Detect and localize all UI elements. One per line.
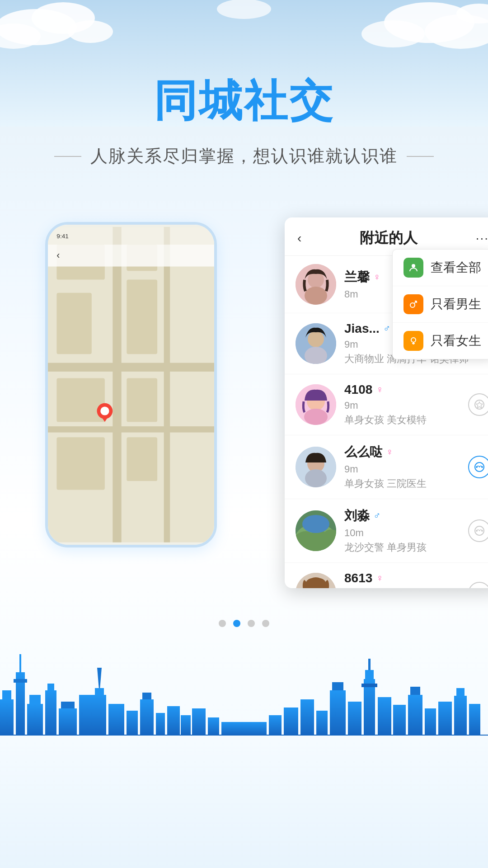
svg-point-24	[100, 406, 109, 415]
svg-point-59	[476, 530, 478, 532]
svg-rect-102	[361, 684, 377, 687]
list-item[interactable]: 8613 ♀ 10m 一中教师	[285, 563, 488, 588]
svg-rect-107	[425, 708, 436, 736]
list-item[interactable]: 刘淼 ♂ 10m 龙沙交警 单身男孩	[285, 499, 488, 563]
dot-1[interactable]	[219, 620, 226, 627]
dot-2-active[interactable]	[233, 620, 240, 627]
gender-icon: ♀	[376, 384, 384, 396]
svg-rect-111	[469, 704, 480, 736]
svg-rect-74	[45, 690, 56, 736]
dot-4[interactable]	[262, 620, 269, 627]
svg-rect-98	[348, 702, 361, 736]
list-item[interactable]: 4108 ♀ 9m 单身女孩 美女模特	[285, 374, 488, 435]
user-name: 兰馨	[344, 269, 370, 286]
svg-point-52	[476, 466, 478, 468]
user-distance: 9m	[344, 463, 488, 475]
user-distance: 9m	[344, 400, 488, 411]
svg-rect-19	[56, 378, 105, 422]
svg-point-35	[411, 338, 416, 342]
svg-rect-99	[364, 679, 375, 736]
user-tags: 单身女孩 美女模特	[344, 413, 488, 427]
user-info: 么么哒 ♀ 9m 单身女孩 三院医生	[344, 443, 488, 491]
svg-rect-76	[59, 708, 77, 736]
filter-female[interactable]: 只看女生	[393, 323, 488, 359]
svg-point-42	[308, 331, 324, 347]
avatar	[296, 264, 336, 305]
svg-rect-84	[140, 699, 154, 736]
svg-rect-112	[0, 735, 488, 736]
svg-rect-12	[48, 426, 214, 433]
svg-rect-101	[368, 659, 371, 670]
popup-more-button[interactable]: ···	[476, 231, 488, 245]
svg-rect-14	[164, 227, 170, 542]
avatar	[296, 510, 336, 551]
avatar	[296, 447, 336, 487]
filter-male-label: 只看男生	[431, 296, 481, 313]
user-name: 8613	[344, 571, 372, 585]
svg-rect-100	[365, 670, 374, 679]
dot-3[interactable]	[248, 620, 255, 627]
svg-rect-11	[48, 363, 214, 372]
user-action[interactable]	[468, 582, 488, 588]
svg-rect-109	[454, 696, 467, 736]
user-info: 4108 ♀ 9m 单身女孩 美女模特	[344, 382, 488, 427]
gender-icon: ♂	[373, 510, 381, 522]
svg-rect-88	[181, 715, 191, 736]
svg-point-30	[412, 264, 415, 268]
svg-rect-104	[393, 705, 406, 736]
svg-point-46	[304, 409, 328, 425]
svg-rect-90	[208, 717, 219, 736]
svg-rect-103	[378, 697, 391, 736]
svg-rect-21	[127, 378, 157, 422]
filter-all-label: 查看全部	[431, 259, 481, 276]
list-item[interactable]: 么么哒 ♀ 9m 单身女孩 三院医生	[285, 435, 488, 499]
svg-rect-92	[269, 715, 282, 736]
svg-rect-81	[95, 688, 104, 695]
svg-rect-94	[300, 699, 314, 736]
filter-male[interactable]: 只看男生	[393, 286, 488, 323]
action-button[interactable]	[468, 519, 488, 542]
user-action[interactable]	[468, 456, 488, 478]
svg-rect-108	[438, 702, 452, 736]
page-dots	[0, 620, 488, 627]
svg-rect-71	[14, 679, 27, 683]
svg-rect-87	[167, 706, 180, 736]
user-tags: 单身女孩 三院医生	[344, 477, 488, 491]
avatar	[296, 384, 336, 425]
svg-rect-67	[0, 699, 14, 736]
user-action[interactable]	[468, 519, 488, 542]
svg-rect-85	[142, 693, 151, 699]
svg-rect-95	[316, 711, 328, 736]
svg-rect-13	[113, 227, 121, 542]
user-name: 刘淼	[344, 507, 370, 524]
svg-point-57	[302, 515, 329, 533]
filter-all-icon	[404, 258, 423, 278]
popup-title: 附近的人	[360, 228, 418, 248]
user-name: Jias...	[344, 321, 380, 336]
svg-rect-26	[48, 227, 214, 245]
filter-all[interactable]: 查看全部	[393, 250, 488, 286]
svg-rect-75	[47, 684, 54, 690]
svg-rect-91	[221, 722, 267, 736]
gender-icon: ♂	[383, 323, 391, 335]
svg-rect-22	[127, 437, 157, 481]
action-button-active[interactable]	[468, 456, 488, 478]
svg-rect-68	[2, 690, 11, 699]
phone-container: 9:41 ‹ ‹ 附近的人 ···	[0, 195, 488, 602]
svg-rect-78	[79, 695, 93, 736]
action-button[interactable]	[468, 393, 488, 416]
user-action[interactable]	[468, 393, 488, 416]
gender-icon: ♀	[376, 572, 384, 584]
city-skyline	[0, 645, 488, 736]
avatar	[296, 573, 336, 588]
svg-point-40	[305, 287, 327, 305]
user-distance: 10m	[344, 527, 488, 539]
popup-header: ‹ 附近的人 ··· 查看全部	[285, 217, 488, 256]
filter-dropdown: 查看全部 只看男生	[392, 249, 488, 359]
gender-icon: ♀	[386, 446, 394, 458]
svg-rect-72	[27, 704, 43, 736]
popup-back-button[interactable]: ‹	[297, 231, 301, 245]
svg-rect-20	[56, 437, 105, 490]
action-button[interactable]	[468, 582, 488, 588]
svg-point-31	[410, 303, 415, 307]
